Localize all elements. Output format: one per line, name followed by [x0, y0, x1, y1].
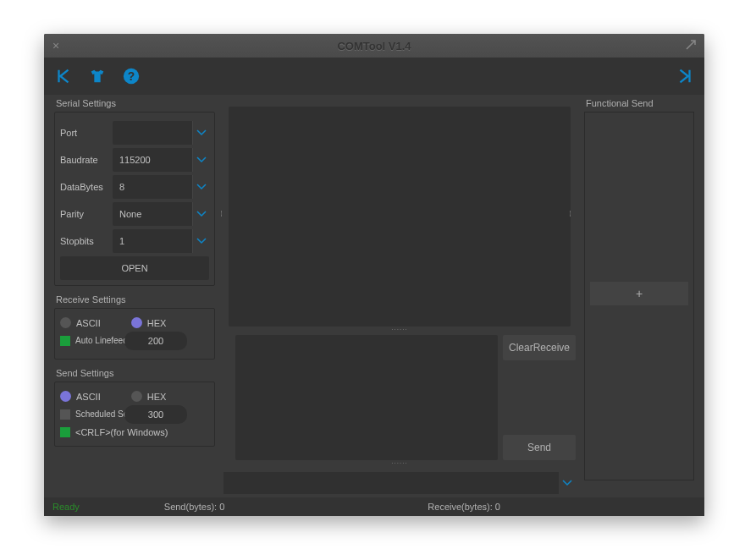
send-button[interactable]: Send: [503, 435, 576, 460]
parity-value: None: [113, 209, 192, 219]
splitter-handle-icon[interactable]: ......: [572, 211, 576, 217]
send-hex-radio[interactable]: [131, 391, 142, 402]
send-settings-group: ASCII HEX Scheduled Send(ms) 300 <CRLF>(…: [54, 382, 215, 447]
send-textarea[interactable]: [235, 335, 498, 460]
receive-settings-group: ASCII HEX Auto Linefeed (ms) 200: [54, 308, 215, 360]
parity-select[interactable]: None: [113, 202, 209, 226]
crlf-label: <CRLF>(for Windows): [75, 427, 168, 437]
skip-back-icon[interactable]: [52, 65, 74, 87]
help-icon[interactable]: ?: [120, 65, 142, 87]
clear-receive-button[interactable]: ClearReceive: [503, 335, 576, 360]
send-ascii-label: ASCII: [76, 392, 101, 402]
chevron-down-icon: [192, 148, 209, 172]
chevron-down-icon: [192, 121, 209, 145]
databytes-select[interactable]: 8: [113, 175, 209, 199]
scheduled-send-input[interactable]: 300: [124, 405, 187, 424]
baud-label: Baudrate: [60, 155, 108, 165]
receive-ascii-label: ASCII: [76, 318, 101, 328]
middle-column: ...... ...... ...... ClearReceive Send .…: [223, 95, 576, 494]
app-window: × COMTool V1.4 ? Serial Settings Port: [44, 34, 704, 516]
port-label: Port: [60, 128, 108, 138]
left-column: Serial Settings Port Baudrate 115200: [54, 95, 215, 494]
chevron-down-icon: [192, 175, 209, 199]
chevron-down-icon: [559, 472, 576, 494]
chevron-down-icon: [192, 229, 209, 253]
baud-value: 115200: [113, 155, 192, 165]
status-recv-bytes: Receive(bytes): 0: [428, 502, 500, 512]
auto-linefeed-check[interactable]: [60, 336, 70, 346]
auto-linefeed-input[interactable]: 200: [124, 332, 187, 350]
port-select[interactable]: [113, 121, 209, 145]
splitter-handle-icon[interactable]: ......: [223, 327, 576, 335]
history-select[interactable]: [223, 472, 576, 494]
skip-forward-icon[interactable]: [674, 65, 696, 87]
auto-linefeed-label: Auto Linefeed (ms): [75, 336, 119, 346]
status-send-bytes: Send(bytes): 0: [164, 502, 225, 512]
crlf-check[interactable]: [60, 427, 70, 437]
stopbits-label: Stopbits: [60, 236, 108, 246]
parity-label: Parity: [60, 209, 108, 219]
receive-textarea[interactable]: [229, 107, 571, 327]
shirt-icon[interactable]: [86, 65, 108, 87]
status-ready: Ready: [52, 502, 80, 512]
functional-send-group: +: [584, 112, 694, 480]
stopbits-select[interactable]: 1: [113, 229, 209, 253]
add-functional-button[interactable]: +: [590, 282, 688, 305]
receive-hex-radio[interactable]: [131, 317, 142, 328]
statusbar: Ready Send(bytes): 0 Receive(bytes): 0: [44, 497, 704, 516]
send-ascii-radio[interactable]: [60, 391, 71, 402]
databytes-value: 8: [113, 182, 192, 192]
toolbar: ?: [44, 58, 704, 95]
window-title: COMTool V1.4: [337, 40, 411, 52]
scheduled-send-check[interactable]: [60, 409, 70, 420]
databytes-label: DataBytes: [60, 182, 108, 192]
serial-settings-heading: Serial Settings: [54, 95, 215, 112]
send-hex-label: HEX: [147, 392, 167, 402]
history-value: [223, 472, 559, 494]
receive-settings-heading: Receive Settings: [54, 291, 215, 308]
stopbits-value: 1: [113, 236, 192, 246]
serial-settings-group: Port Baudrate 115200 DataBytes: [54, 112, 215, 286]
splitter-handle-icon[interactable]: ......: [223, 460, 576, 469]
functional-send-heading: Functional Send: [584, 95, 694, 112]
titlebar: × COMTool V1.4: [44, 34, 704, 58]
splitter-handle-icon[interactable]: ......: [223, 211, 227, 217]
svg-text:?: ?: [128, 70, 135, 83]
send-settings-heading: Send Settings: [54, 365, 215, 382]
right-column: Functional Send +: [584, 95, 694, 494]
baudrate-select[interactable]: 115200: [113, 148, 209, 172]
receive-hex-label: HEX: [147, 318, 167, 328]
receive-ascii-radio[interactable]: [60, 317, 71, 328]
maximize-icon[interactable]: [686, 40, 696, 52]
close-icon[interactable]: ×: [52, 39, 59, 52]
chevron-down-icon: [192, 202, 209, 226]
main-area: Serial Settings Port Baudrate 115200: [44, 95, 704, 497]
open-button[interactable]: OPEN: [60, 256, 209, 280]
scheduled-send-label: Scheduled Send(ms): [75, 409, 119, 420]
